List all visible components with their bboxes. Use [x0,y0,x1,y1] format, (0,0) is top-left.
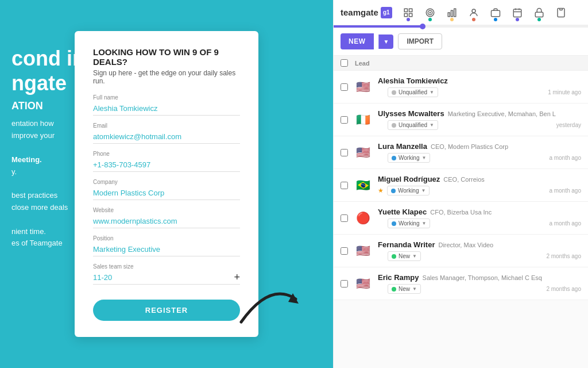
company-label: Company [93,179,240,185]
new-dropdown-button[interactable]: ▼ [378,34,394,49]
desc2: improve your [11,131,55,140]
lock-icon[interactable] [532,6,546,20]
status-dot [392,287,396,292]
select-all-checkbox[interactable] [341,59,348,67]
grid-icon[interactable] [401,6,415,20]
sales-label: Sales team size [93,263,240,270]
headline: cond in ngate [11,46,85,95]
lead-name-row: Fernanda Writer Director, Max Video [378,240,581,249]
position-input[interactable] [93,243,240,256]
svg-rect-1 [404,9,407,12]
lead-time: a month ago [549,220,581,227]
phone-input[interactable] [93,158,240,172]
status-dot [391,189,396,193]
status-label: New [399,253,410,259]
close: close more deals [11,203,68,212]
lead-status-row: New ▼ 2 months ago [378,251,581,261]
status-dot [392,90,396,95]
star-icon[interactable]: ★ [378,187,384,194]
status-badge[interactable]: Unqualified ▼ [388,87,438,97]
status-dot [392,123,396,128]
chevron-down-icon: ▼ [421,188,426,193]
lead-role: CFO, Bizerba Usa Inc [430,209,492,216]
section-label: ATION [11,100,85,112]
headline-line2: ngate [11,71,67,95]
lead-name-row: Miguel Rodríguez CEO, Correios [378,175,581,183]
sales-team-input[interactable] [93,271,229,284]
lead-time: yesterday [556,122,581,128]
logo-badge: g1 [381,7,392,18]
status-label: Unqualified [399,89,427,95]
status-badge[interactable]: Unqualified ▼ [388,120,438,130]
clipboard-icon[interactable] [554,6,568,20]
chevron-down-icon: ▼ [422,221,427,226]
lead-role: Director, Max Video [438,241,493,248]
leads-list: Lead 🇺🇸 Aleshia Tomkiewicz Unqualified ▼… [334,56,588,368]
fullname-input[interactable] [93,102,240,116]
progress-bar [334,25,588,28]
register-button[interactable]: REGISTER [93,300,240,321]
company-input[interactable] [93,186,240,200]
lead-time: 2 months ago [546,286,581,292]
signup-form-card: LOOKING HOW TO WIN 9 OF 9 DEALS? Sign up… [75,31,258,337]
lead-checkbox[interactable] [341,149,348,156]
lead-role: CEO, Modern Plastics Corp [431,143,508,150]
lead-info: Yuette Klapec CFO, Bizerba Usa Inc Worki… [378,208,581,228]
desc1: entation how [11,119,54,128]
lead-name: Eric Rampy [378,273,419,282]
meeting: Meeting. [11,155,42,164]
person-icon[interactable] [467,6,481,20]
lead-status-row: Working ▼ a month ago [378,153,581,163]
briefcase-icon[interactable] [489,6,502,20]
import-button[interactable]: IMPORT [398,33,442,49]
barchart-icon[interactable] [445,6,459,20]
website-input[interactable] [93,214,240,228]
fullname-label: Full name [93,94,240,101]
status-badge[interactable]: Working ▼ [387,186,430,195]
lead-checkbox[interactable] [341,247,348,255]
left-panel: cond in ngate ATION entation how improve… [0,0,333,368]
status-dot [392,254,396,259]
lead-name: Ulysses Mcwalters [378,109,444,118]
form-subtitle: Sign up here - get the edge on your dail… [93,69,240,85]
lead-checkbox[interactable] [341,116,348,124]
position-label: Position [93,235,240,241]
svg-point-11 [472,9,475,13]
target-icon[interactable] [423,6,437,20]
nav-icons [401,6,568,20]
website-label: Website [93,207,240,213]
lead-time: a month ago [549,187,581,194]
company-field: Company [93,179,240,200]
status-label: Working [398,187,419,194]
lead-name-row: Eric Rampy Sales Manager, Thompson, Mich… [378,273,581,282]
calendar-icon[interactable] [510,6,524,20]
lead-checkbox[interactable] [341,280,348,288]
status-badge[interactable]: Working ▼ [388,153,430,163]
status-badge[interactable]: New ▼ [388,284,421,294]
lead-checkbox[interactable] [341,214,348,222]
lead-time: 1 minute ago [548,89,581,95]
lead-item: 🇧🇷 Miguel Rodríguez CEO, Correios ★ Work… [334,169,588,202]
lead-checkbox[interactable] [341,83,348,91]
lead-info: Lura Manzella CEO, Modern Plastics Corp … [378,142,581,163]
svg-rect-9 [451,10,452,17]
lead-name-row: Yuette Klapec CFO, Bizerba Usa Inc [378,208,581,216]
lead-status-row: Unqualified ▼ 1 minute ago [378,87,581,97]
logo-text: teamgate [341,7,378,17]
lead-flag: 🇮🇪 [354,110,372,129]
lead-time: 2 months ago [546,253,581,259]
status-label: New [399,286,410,292]
email-input[interactable] [93,130,240,144]
lead-flag: 🇧🇷 [354,176,372,194]
website-field: Website [93,207,240,228]
lead-flag: 🇺🇸 [354,78,372,96]
status-badge[interactable]: New ▼ [388,251,421,261]
svg-rect-10 [454,9,456,17]
lead-flag: 🇺🇸 [354,241,372,260]
status-badge[interactable]: Working ▼ [388,218,430,228]
lead-checkbox[interactable] [341,182,348,189]
lead-item: 🔴 Yuette Klapec CFO, Bizerba Usa Inc Wor… [334,202,588,235]
new-button[interactable]: NEW [341,33,374,49]
sales-team-field: Sales team size + [93,263,240,285]
svg-rect-12 [491,10,500,17]
